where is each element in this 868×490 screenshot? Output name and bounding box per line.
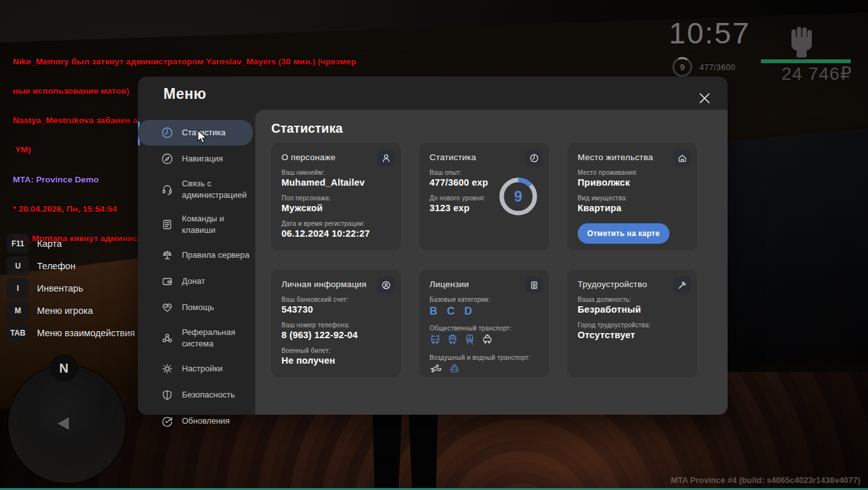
sidebar-item-settings[interactable]: Настройки: [138, 355, 255, 382]
sidebar-item-navigation[interactable]: Навигация: [138, 145, 255, 172]
field-label: До нового уровня:: [430, 195, 498, 202]
sidebar-item-label: Помощь: [182, 302, 255, 313]
license-category-b: B: [430, 305, 437, 318]
field-value-registration: 06.12.2024 10:22:27: [281, 228, 391, 239]
page-title: Статистика: [271, 121, 343, 136]
keybind-inventory: I Инвентарь: [6, 278, 135, 298]
menu-sidebar: Статистика Навигация Связь с администрац…: [138, 120, 255, 434]
field-label: Дата и время регистрации:: [281, 220, 391, 227]
license-category-d: D: [465, 305, 472, 318]
person-icon: [377, 149, 394, 167]
hud-money: 24 746₽: [734, 63, 852, 84]
keybind-hints: F11 Карта U Телефон I Инвентарь M Меню и…: [6, 234, 135, 345]
field-value-exp-left: 3123 exp: [430, 203, 498, 213]
heart-hands-icon: [161, 301, 174, 314]
compass-icon: [161, 152, 174, 165]
referral-network-icon: [161, 332, 174, 345]
field-label: Воздушный и водный транспорт:: [430, 354, 539, 361]
shield-icon: [161, 389, 174, 401]
sidebar-item-label: Настройки: [182, 363, 255, 375]
field-value-city: Приволжск: [578, 177, 687, 188]
card-licenses: Лицензии Базовые категории: B C D Общест…: [419, 270, 549, 377]
key-badge: F11: [6, 234, 29, 253]
field-label: Ваш номер телефона:: [281, 322, 391, 329]
sidebar-item-statistics[interactable]: Статистика: [138, 120, 253, 145]
close-icon: [698, 91, 712, 105]
sidebar-item-updates[interactable]: Обновления: [138, 408, 255, 434]
keybind-label: Меню игрока: [37, 306, 93, 316]
field-value-nickname: Muhamed_Altailev: [281, 177, 391, 188]
field-label: Военный билет:: [281, 347, 391, 354]
public-transport-licenses: [430, 334, 539, 347]
field-label: Ваш опыт:: [430, 169, 498, 176]
hud-level-number: 9: [671, 56, 693, 78]
sidebar-item-donate[interactable]: Донат: [138, 268, 255, 294]
card-character: О персонаже Ваш никнейм: Muhamed_Altaile…: [271, 143, 401, 250]
tram-icon: [447, 334, 458, 347]
field-value-phone: 8 (963) 122-92-04: [281, 330, 391, 340]
sidebar-item-help[interactable]: Помощь: [138, 294, 255, 320]
scales-icon: [161, 249, 174, 262]
menu-content: Статистика О персонаже Ваш никнейм: Muha…: [255, 110, 728, 415]
card-title: Лицензии: [430, 279, 539, 289]
sidebar-item-security[interactable]: Безопасность: [138, 382, 255, 408]
build-version-text: MTA Province #4 (build: s4065c4023r1436v…: [671, 475, 860, 485]
sidebar-item-referral[interactable]: Реферальная система: [138, 320, 255, 355]
user-circle-icon: [377, 276, 394, 293]
card-stats: Статистика Ваш опыт: 477/3600 exp До нов…: [419, 143, 549, 250]
plane-icon: [430, 363, 442, 376]
card-residence: Место жительства Место проживания: Приво…: [567, 143, 697, 250]
boat-icon: [448, 363, 461, 376]
keybind-label: Меню взаимодействия: [37, 328, 135, 338]
keybind-interaction-menu: TAB Меню взаимодействия: [6, 323, 135, 343]
card-title: О персонаже: [281, 152, 391, 162]
fist-icon: [785, 22, 818, 59]
sidebar-item-label: Связь с администрацией: [182, 178, 255, 200]
mark-on-map-button[interactable]: Отметить на карте: [578, 223, 670, 244]
field-label: Место проживания:: [578, 169, 687, 176]
field-label: Ваша должность:: [578, 296, 687, 303]
close-button[interactable]: [692, 85, 717, 111]
keybind-player-menu: M Меню игрока: [6, 301, 135, 320]
gauge-icon: [525, 149, 542, 167]
sidebar-item-label: Статистика: [182, 127, 253, 138]
sidebar-item-admin-contact[interactable]: Связь с администрацией: [138, 172, 255, 207]
field-value-job: Безработный: [578, 304, 687, 315]
field-value-property: Квартира: [578, 203, 687, 213]
id-card-icon: [525, 276, 542, 293]
field-value-job-city: Отсутствует: [578, 330, 687, 340]
field-value-exp: 477/3600 exp: [430, 177, 498, 188]
sidebar-item-server-rules[interactable]: Правила сервера: [138, 242, 255, 268]
clock-icon: [161, 126, 174, 139]
hammer-icon: [673, 276, 691, 293]
keybind-phone: U Телефон: [6, 256, 135, 276]
field-label: Общественный транспорт:: [430, 325, 539, 332]
chat-line: Nike_Memory был заткнут администратором …: [13, 57, 356, 66]
sidebar-item-label: Навигация: [182, 153, 255, 165]
field-label: Город трудоустройства:: [578, 322, 687, 329]
commands-list-icon: [161, 218, 174, 231]
field-value-gender: Мужской: [281, 203, 391, 213]
taxi-icon: [481, 334, 493, 347]
keybind-map: F11 Карта: [6, 234, 135, 253]
headset-icon: [161, 183, 174, 196]
key-badge: U: [6, 256, 29, 276]
sidebar-item-label: Безопасность: [182, 389, 255, 401]
license-categories: B C D: [430, 305, 539, 318]
level-number: 9: [498, 176, 539, 217]
sidebar-item-label: Донат: [182, 276, 255, 287]
field-label: Пол персонажа:: [281, 195, 391, 202]
field-label: Ваш никнейм:: [281, 169, 391, 176]
keybind-label: Карта: [37, 239, 62, 249]
license-category-c: C: [447, 305, 454, 318]
key-badge: TAB: [6, 323, 29, 343]
hud-clock: 10:57: [669, 15, 748, 50]
sidebar-item-commands-keys[interactable]: Команды и клавиши: [138, 207, 255, 242]
card-title: Место жительства: [578, 152, 687, 162]
train-icon: [464, 334, 475, 347]
card-title: Статистика: [430, 152, 539, 162]
field-value-bank: 543730: [281, 304, 391, 315]
key-badge: I: [6, 278, 29, 298]
card-personal-info: Личная информация Ваш банковский счет: 5…: [271, 270, 401, 377]
wallet-icon: [161, 275, 174, 288]
